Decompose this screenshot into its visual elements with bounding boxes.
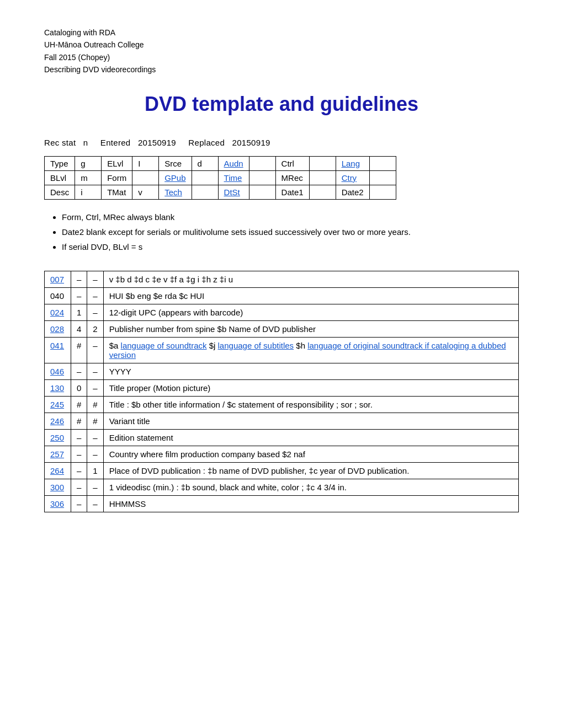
marc-tag-257[interactable]: 257: [45, 446, 71, 462]
time-link[interactable]: Time: [218, 170, 249, 185]
audn-link[interactable]: Audn: [218, 156, 249, 170]
ind2-028: 2: [87, 320, 103, 337]
ind1-041: #: [71, 337, 87, 363]
marc-row: 007––v ‡b d ‡d c ‡e v ‡f a ‡g i ‡h z ‡i …: [45, 271, 519, 287]
replaced-label: Replaced: [188, 138, 225, 147]
mrec-label: MRec: [275, 170, 309, 185]
header-line4: Describing DVD videorecordings: [44, 63, 519, 76]
date2-value: [369, 185, 396, 199]
ind2-257: –: [87, 446, 103, 462]
ind1-300: –: [71, 479, 87, 495]
lang-link[interactable]: Lang: [336, 156, 369, 170]
marc-row: 246##Variant title: [45, 413, 519, 429]
tech-value: [192, 185, 218, 199]
ind1-130: 0: [71, 379, 87, 396]
marc-content-264: Place of DVD publication : ‡b name of DV…: [103, 462, 518, 479]
leader-row-1: Type g ELvl I Srce d Audn Ctrl Lang: [45, 156, 396, 170]
form-label: Form: [102, 170, 132, 185]
ind2-306: –: [87, 495, 103, 512]
leader-row-3: Desc i TMat v Tech DtSt Date1 Date2: [45, 185, 396, 199]
ind2-250: –: [87, 429, 103, 446]
ctrl-label: Ctrl: [275, 156, 309, 170]
marc-content-007: v ‡b d ‡d c ‡e v ‡f a ‡g i ‡h z ‡i u: [103, 271, 518, 287]
blvl-value: m: [75, 170, 102, 185]
type-value: g: [75, 156, 102, 170]
note-3: If serial DVD, BLvl = s: [62, 239, 519, 254]
desc-value: i: [75, 185, 102, 199]
replaced-value: 20150919: [232, 138, 270, 147]
marc-tag-040: 040: [45, 287, 71, 304]
marc-tag-028[interactable]: 028: [45, 320, 71, 337]
marc-tag-130[interactable]: 130: [45, 379, 71, 396]
dtst-value: [249, 185, 275, 199]
marc-tag-245[interactable]: 245: [45, 396, 71, 413]
ind1-040: –: [71, 287, 87, 304]
marc-row: 245##Title : $b other title information …: [45, 396, 519, 413]
date1-label: Date1: [275, 185, 309, 199]
form-value: [132, 170, 159, 185]
marc-tag-046[interactable]: 046: [45, 363, 71, 379]
header-line1: Cataloging with RDA: [44, 26, 519, 39]
marc-tag-041[interactable]: 041: [45, 337, 71, 363]
ind1-028: 4: [71, 320, 87, 337]
marc-content-028: Publisher number from spine $b Name of D…: [103, 320, 518, 337]
marc-content-024: 12-digit UPC (appears with barcode): [103, 304, 518, 320]
ind1-046: –: [71, 363, 87, 379]
marc-tag-007[interactable]: 007: [45, 271, 71, 287]
marc-tag-306[interactable]: 306: [45, 495, 71, 512]
ind1-024: 1: [71, 304, 87, 320]
ind2-040: –: [87, 287, 103, 304]
entered-value: 20150919: [138, 138, 176, 147]
type-label: Type: [45, 156, 75, 170]
entered-label: Entered: [100, 138, 131, 147]
date2-label: Date2: [336, 185, 369, 199]
ind2-007: –: [87, 271, 103, 287]
ind1-007: –: [71, 271, 87, 287]
tmat-label: TMat: [102, 185, 132, 199]
marc-row: 306––HHMMSS: [45, 495, 519, 512]
rec-stat-line: Rec stat n Entered 20150919 Replaced 201…: [44, 138, 519, 147]
marc-content-130: Title proper (Motion picture): [103, 379, 518, 396]
marc-row: 0241–12-digit UPC (appears with barcode): [45, 304, 519, 320]
note-1: Form, Ctrl, MRec always blank: [62, 210, 519, 224]
marc-row: 02842Publisher number from spine $b Name…: [45, 320, 519, 337]
mrec-value: [309, 170, 336, 185]
marc-row: 1300–Title proper (Motion picture): [45, 379, 519, 396]
srce-label: Srce: [159, 156, 192, 170]
ind2-046: –: [87, 363, 103, 379]
ind1-264: –: [71, 462, 87, 479]
ind2-130: –: [87, 379, 103, 396]
srce-value: d: [192, 156, 218, 170]
leader-row-2: BLvl m Form GPub Time MRec Ctry: [45, 170, 396, 185]
time-value: [249, 170, 275, 185]
notes-list: Form, Ctrl, MRec always blank Date2 blan…: [62, 210, 519, 254]
marc-tag-300[interactable]: 300: [45, 479, 71, 495]
lang-value: [369, 156, 396, 170]
ind1-246: #: [71, 413, 87, 429]
tmat-value: v: [132, 185, 159, 199]
leader-table: Type g ELvl I Srce d Audn Ctrl Lang BLvl…: [44, 156, 396, 200]
marc-row: 250––Edition statement: [45, 429, 519, 446]
marc-tag-024[interactable]: 024: [45, 304, 71, 320]
ind1-245: #: [71, 396, 87, 413]
tech-link[interactable]: Tech: [159, 185, 192, 199]
marc-tag-246[interactable]: 246: [45, 413, 71, 429]
marc-row: 041#–$a language of soundtrack $j langua…: [45, 337, 519, 363]
gpub-value: [192, 170, 218, 185]
marc-content-046: YYYY: [103, 363, 518, 379]
marc-content-041: $a language of soundtrack $j language of…: [103, 337, 518, 363]
audn-value: [249, 156, 275, 170]
marc-tag-250[interactable]: 250: [45, 429, 71, 446]
ctry-link[interactable]: Ctry: [336, 170, 369, 185]
marc-content-245: Title : $b other title information / $c …: [103, 396, 518, 413]
ind2-264: 1: [87, 462, 103, 479]
marc-content-300: 1 videodisc (min.) : ‡b sound, black and…: [103, 479, 518, 495]
ctry-value: [369, 170, 396, 185]
page-title: DVD template and guidelines: [44, 93, 519, 116]
gpub-link[interactable]: GPub: [159, 170, 192, 185]
rec-stat-label: Rec stat: [44, 138, 76, 147]
dtst-link[interactable]: DtSt: [218, 185, 249, 199]
marc-tag-264[interactable]: 264: [45, 462, 71, 479]
marc-content-040: HUI $b eng $e rda $c HUI: [103, 287, 518, 304]
marc-row: 264–1Place of DVD publication : ‡b name …: [45, 462, 519, 479]
